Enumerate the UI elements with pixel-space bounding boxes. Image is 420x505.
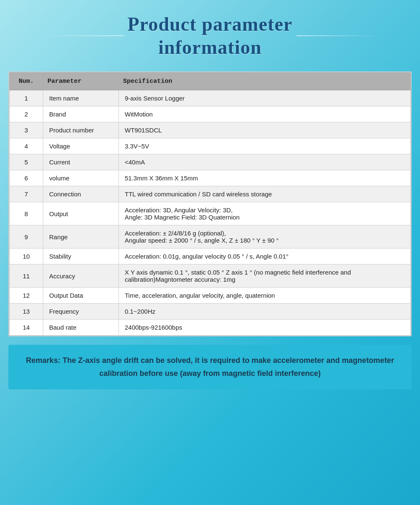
cell-num: 12 [10, 288, 43, 304]
cell-param: Product number [43, 122, 119, 138]
cell-param: Current [43, 154, 119, 170]
table-row: 7ConnectionTTL wired communication / SD … [10, 186, 411, 202]
cell-num: 9 [10, 225, 43, 249]
col-header-spec: Specification [119, 73, 411, 90]
cell-spec: <40mA [119, 154, 411, 170]
cell-num: 7 [10, 186, 43, 202]
table-row: 11AccuracyX Y axis dynamic 0.1 °, static… [10, 264, 411, 288]
table-row: 12Output DataTime, acceleration, angular… [10, 288, 411, 304]
cell-param: Frequency [43, 304, 119, 320]
title-line1: Product parameter [128, 13, 293, 36]
table-row: 9RangeAcceleration: ± 2/4/8/16 g (option… [10, 225, 411, 249]
table-row: 10StabilityAcceleration: 0.01g, angular … [10, 249, 411, 264]
cell-num: 4 [10, 138, 43, 154]
cell-spec: Acceleration: 0.01g, angular velocity 0.… [119, 249, 411, 264]
cell-param: Output Data [43, 288, 119, 304]
cell-spec: Acceleration: 3D, Angular Velocity: 3D,A… [119, 202, 411, 225]
page-title: Product parameter information [128, 13, 293, 59]
cell-spec: X Y axis dynamic 0.1 °, static 0.05 ° Z … [119, 264, 411, 288]
cell-param: volume [43, 170, 119, 186]
table-row: 8OutputAcceleration: 3D, Angular Velocit… [10, 202, 411, 225]
header-section: Product parameter information [0, 0, 420, 67]
table-row: 1Item name9-axis Sensor Logger [10, 90, 411, 106]
col-header-num: Num. [10, 73, 43, 90]
table-row: 5Current <40mA [10, 154, 411, 170]
cell-spec: Time, acceleration, angular velocity, an… [119, 288, 411, 304]
header-right-line [297, 35, 381, 36]
remarks-text: Remarks: The Z-axis angle drift can be s… [26, 356, 394, 378]
cell-num: 6 [10, 170, 43, 186]
cell-param: Accuracy [43, 264, 119, 288]
cell-spec: WT901SDCL [119, 122, 411, 138]
cell-num: 10 [10, 249, 43, 264]
cell-spec: 9-axis Sensor Logger [119, 90, 411, 106]
cell-num: 5 [10, 154, 43, 170]
parameter-table: Num. Parameter Specification 1Item name9… [9, 72, 411, 336]
cell-num: 13 [10, 304, 43, 320]
cell-num: 11 [10, 264, 43, 288]
cell-num: 3 [10, 122, 43, 138]
cell-param: Range [43, 225, 119, 249]
header-left-line [39, 35, 123, 36]
table-row: 13Frequency0.1~200Hz [10, 304, 411, 320]
cell-param: Item name [43, 90, 119, 106]
cell-param: Voltage [43, 138, 119, 154]
table-row: 4Voltage3.3V~5V [10, 138, 411, 154]
title-line2: information [128, 36, 293, 59]
remarks-section: Remarks: The Z-axis angle drift can be s… [8, 345, 412, 389]
cell-num: 1 [10, 90, 43, 106]
cell-param: Brand [43, 106, 119, 122]
table-header: Num. Parameter Specification [10, 73, 411, 90]
cell-num: 14 [10, 320, 43, 336]
table-row: 3Product numberWT901SDCL [10, 122, 411, 138]
table-row: 14Baud rate2400bps-921600bps [10, 320, 411, 336]
cell-param: Baud rate [43, 320, 119, 336]
table-row: 2BrandWitMotion [10, 106, 411, 122]
cell-spec: 3.3V~5V [119, 138, 411, 154]
cell-spec: 51.3mm X 36mm X 15mm [119, 170, 411, 186]
cell-param: Output [43, 202, 119, 225]
header-row: Num. Parameter Specification [10, 73, 411, 90]
cell-num: 8 [10, 202, 43, 225]
cell-param: Connection [43, 186, 119, 202]
cell-spec: Acceleration: ± 2/4/8/16 g (optional),An… [119, 225, 411, 249]
col-header-param: Parameter [43, 73, 119, 90]
cell-num: 2 [10, 106, 43, 122]
table-body: 1Item name9-axis Sensor Logger2BrandWitM… [10, 90, 411, 336]
table-container: Num. Parameter Specification 1Item name9… [8, 71, 412, 336]
cell-param: Stability [43, 249, 119, 264]
cell-spec: 0.1~200Hz [119, 304, 411, 320]
cell-spec: 2400bps-921600bps [119, 320, 411, 336]
cell-spec: WitMotion [119, 106, 411, 122]
table-row: 6volume51.3mm X 36mm X 15mm [10, 170, 411, 186]
cell-spec: TTL wired communication / SD card wirele… [119, 186, 411, 202]
